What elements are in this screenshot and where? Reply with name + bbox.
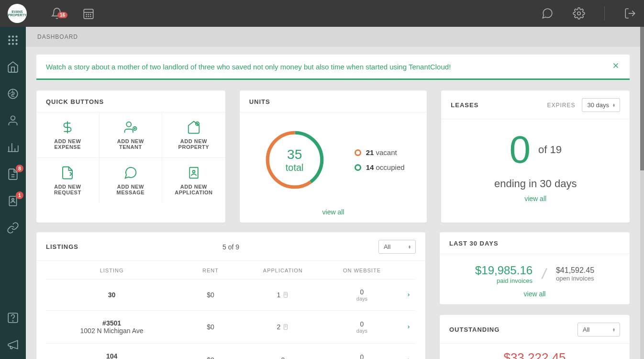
nav-person-icon[interactable] [6,114,20,127]
notification-badge: 16 [57,12,67,18]
ending-label: ending in 30 days [451,178,620,190]
svg-point-5 [86,16,87,17]
svg-point-6 [88,16,89,17]
col-listing: LISTING [46,268,178,273]
logout-icon[interactable] [624,7,636,20]
promo-banner[interactable]: Watch a story about a mother of two land… [36,55,630,80]
leases-count: 0 [509,131,531,169]
svg-point-12 [15,35,17,37]
nav-dashboard-icon[interactable] [6,34,20,47]
message-icon [123,166,138,180]
add-tenant-button[interactable]: ADD NEWTENANT [100,112,163,158]
svg-rect-28 [9,196,16,206]
card-title: QUICK BUTTONS [46,98,104,105]
add-expense-button[interactable]: ADD NEWEXPENSE [36,112,100,158]
legend-occupied: 14 occupied [355,163,405,171]
chevron-right-icon [401,356,416,359]
nav-application-icon[interactable]: 1 [6,194,20,208]
main: DASHBOARD Watch a story about a mother o… [26,27,640,359]
col-application: APPLICATION [244,268,322,273]
legend-vacant: 21 vacant [355,148,405,157]
view-all-link[interactable]: view all [441,194,630,209]
add-application-button[interactable]: ADD NEWAPPLICATION [162,158,225,203]
sidebar: 8 1 [0,27,26,359]
logo[interactable]: EVANS PROPERTY [8,4,27,23]
settings-icon[interactable] [573,7,585,20]
nav-help-icon[interactable] [6,311,20,325]
add-property-button[interactable]: ADD NEWPROPERTY [162,112,225,158]
svg-point-29 [12,199,14,201]
col-rent: RENT [178,268,244,273]
svg-point-35 [126,122,131,127]
view-all-link[interactable]: view all [440,289,630,304]
nav-link-icon[interactable] [6,221,20,235]
notifications-icon[interactable]: 16 [51,7,63,20]
updown-icon: ▴▾ [409,245,411,249]
dollar-icon [60,120,75,135]
svg-point-20 [11,116,15,120]
svg-point-11 [12,35,14,37]
svg-point-31 [12,321,13,321]
expires-select[interactable]: 30 days ▴▾ [582,98,620,112]
col-website: ON WEBSITE [322,268,401,273]
close-icon[interactable] [611,61,620,72]
last30-card: LAST 30 DAYS $19,985.16 paid invoices / … [440,232,630,304]
svg-point-44 [192,170,195,173]
svg-point-13 [8,39,10,41]
svg-point-3 [88,14,89,15]
svg-point-18 [15,43,17,45]
svg-point-7 [90,16,91,17]
expires-label: EXPIRES [547,102,575,109]
listings-filter-select[interactable]: All ▴▾ [378,240,416,254]
updown-icon: ▴▾ [613,103,615,107]
leases-total: of 19 [538,144,562,156]
application-icon [187,166,201,180]
card-title: OUTSTANDING [449,326,500,333]
svg-point-16 [8,43,10,45]
open-label: open invoices [556,275,594,282]
updown-icon: ▴▾ [613,328,615,332]
listings-card: LISTINGS 5 of 9 All ▴▾ LISTING RENT APPL… [36,232,425,359]
user-plus-icon [123,120,138,135]
calendar-icon[interactable] [82,7,95,20]
card-title: LISTINGS [46,243,78,250]
listing-row[interactable]: 30 $0 1 0days [46,279,416,310]
svg-point-4 [90,14,91,15]
badge: 8 [16,165,23,172]
house-plus-icon [187,120,201,135]
promo-text: Watch a story about a mother of two land… [46,63,451,71]
scrollbar-thumb[interactable] [640,27,644,170]
listing-row[interactable]: #35011002 N Michigan Ave $0 2 0days [46,310,416,343]
divider [604,6,605,21]
chevron-right-icon [401,291,416,299]
topbar: EVANS PROPERTY 16 [0,0,644,27]
listing-row[interactable]: 1041000 A WASHINGTON Blvd $0 0 0days [46,343,416,359]
svg-point-10 [8,35,10,37]
view-all-link[interactable]: view all [240,207,427,223]
paid-amount: $19,985.16 [475,264,533,277]
leases-card: LEASES EXPIRES 30 days ▴▾ 0 of 19 endi [441,90,630,223]
svg-point-2 [86,14,87,15]
nav-document-icon[interactable]: 8 [6,168,20,181]
nav-announce-icon[interactable] [6,338,20,351]
units-card: UNITS 35 total [240,90,427,223]
slash-divider: / [541,265,548,283]
outstanding-card: OUTSTANDING All ▴▾ $33,222.45 [440,315,630,359]
badge: 1 [16,191,23,199]
add-message-button[interactable]: ADD NEWMESSAGE [100,158,163,203]
outstanding-amount: $33,222.45 [440,344,630,359]
nav-money-icon[interactable] [6,87,20,101]
units-donut-chart: 35 total [259,124,331,196]
card-title: LAST 30 DAYS [449,240,499,247]
outstanding-filter-select[interactable]: All ▴▾ [577,323,620,337]
chat-icon[interactable] [541,7,554,20]
nav-home-icon[interactable] [6,60,20,74]
svg-point-17 [12,43,14,45]
nav-analytics-icon[interactable] [6,141,20,154]
scrollbar[interactable] [640,27,644,359]
svg-point-8 [577,12,581,15]
quick-buttons-card: QUICK BUTTONS ADD NEWEXPENSE ADD NEWTENA… [36,90,225,223]
listings-count: 5 of 9 [222,243,239,251]
add-request-button[interactable]: ADD NEWREQUEST [36,158,100,203]
breadcrumb: DASHBOARD [26,27,640,47]
